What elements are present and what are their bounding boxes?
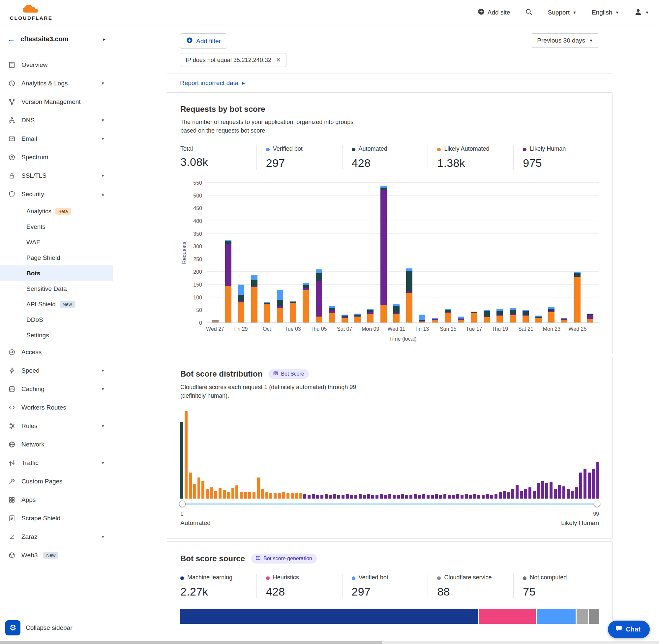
sidebar-item-waf[interactable]: WAF xyxy=(0,234,113,250)
add-filter-button[interactable]: Add filter xyxy=(180,33,227,49)
gear-icon[interactable]: ⚙ xyxy=(5,620,20,636)
stat-label[interactable]: Machine learning xyxy=(187,574,232,582)
stat-label[interactable]: Verified bot xyxy=(273,145,303,153)
sidebar-item-ddos[interactable]: DDoS xyxy=(0,312,113,327)
x-tick xyxy=(225,326,231,334)
sidebar-item-label: Zaraz xyxy=(21,533,38,540)
account-menu[interactable]: ▼ xyxy=(634,8,649,18)
sidebar-item-label: WAF xyxy=(26,239,40,246)
collapse-sidebar[interactable]: ⚙ Collapse sidebar xyxy=(0,616,113,641)
sidebar-item-email[interactable]: Email▼ xyxy=(0,130,113,148)
sidebar-item-workers-routes[interactable]: Workers Routes xyxy=(0,398,113,417)
bar-segment-automated xyxy=(225,242,231,244)
x-tick: Fri 13 xyxy=(419,326,425,334)
bot-score-pill[interactable]: Bot Score xyxy=(268,369,309,379)
chart-bar-tue-17 xyxy=(471,312,477,323)
chevron-down-icon: ▼ xyxy=(101,534,105,539)
bar-segment-likely-automated xyxy=(367,314,374,323)
sidebar-item-rules[interactable]: Rules▼ xyxy=(0,417,113,435)
stat-verified-bot: Verified bot297 xyxy=(342,574,428,598)
sidebar-item-sensitive-data[interactable]: Sensitive Data xyxy=(0,281,113,296)
zaraz-icon xyxy=(8,533,16,541)
search-icon[interactable] xyxy=(525,8,533,17)
stat-label[interactable]: Likely Automated xyxy=(444,145,489,153)
sidebar-item-analytics-logs[interactable]: Analytics & Logs▼ xyxy=(0,74,113,93)
stat-label[interactable]: Automated xyxy=(359,145,387,153)
support-menu[interactable]: Support ▼ xyxy=(547,9,576,16)
sidebar-item-network[interactable]: Network xyxy=(0,435,113,454)
add-site-button[interactable]: Add site xyxy=(478,8,510,17)
sidebar-item-custom-pages[interactable]: Custom Pages xyxy=(0,472,113,491)
stat-label[interactable]: Verified bot xyxy=(359,574,389,582)
sidebar-item-page-shield[interactable]: Page Shield xyxy=(0,250,113,266)
date-range-selector[interactable]: Previous 30 days ▼ xyxy=(531,33,599,48)
stat-value: 2.27k xyxy=(180,585,257,598)
sidebar-item-scrape-shield[interactable]: Scrape Shield xyxy=(0,509,113,528)
bar-segment-automated xyxy=(496,311,503,315)
stat-label[interactable]: Not computed xyxy=(530,574,567,582)
stat-label[interactable]: Heuristics xyxy=(273,574,299,582)
close-icon[interactable]: ✕ xyxy=(276,56,281,64)
slider-handle-min[interactable] xyxy=(179,501,186,507)
requests-by-bot-score-card: Requests by bot score The number of requ… xyxy=(167,92,613,354)
hist-bar xyxy=(223,490,226,499)
sidebar-item-speed[interactable]: Speed▼ xyxy=(0,362,113,380)
sidebar-item-overview[interactable]: Overview xyxy=(0,56,113,74)
sidebar-item-zaraz[interactable]: Zaraz▼ xyxy=(0,528,113,546)
stat-label[interactable]: Likely Human xyxy=(530,145,566,153)
sidebar-item-settings[interactable]: Settings xyxy=(0,327,113,343)
sidebar-item-web3[interactable]: Web3New xyxy=(0,546,113,565)
new-badge: New xyxy=(43,552,58,558)
sidebar-item-label: Traffic xyxy=(21,459,39,466)
hist-bar xyxy=(490,495,493,499)
filter-chip[interactable]: IP does not equal 35.212.240.32 ✕ xyxy=(180,53,286,67)
score-range-slider[interactable] xyxy=(180,500,599,508)
sidebar-item-api-shield[interactable]: API ShieldNew xyxy=(0,296,113,312)
sidebar-item-spectrum[interactable]: Spectrum xyxy=(0,148,113,166)
hist-bar xyxy=(325,494,328,499)
hist-bar xyxy=(524,489,527,499)
legend-dot xyxy=(180,576,184,580)
bar-segment-likely-automated xyxy=(587,319,593,323)
stat-label[interactable]: Cloudflare service xyxy=(444,574,492,582)
horizontal-scrollbar[interactable] xyxy=(0,641,659,644)
scrollbar-thumb[interactable] xyxy=(0,641,382,644)
sidebar-item-security[interactable]: Security▲ xyxy=(0,185,113,204)
source-stats-row: Machine learning2.27kHeuristics428Verifi… xyxy=(180,574,599,598)
max-score-label: Likely Human xyxy=(561,519,599,527)
report-incorrect-data-link[interactable]: Report incorrect data ▶ xyxy=(167,73,613,92)
sidebar-item-apps[interactable]: Apps xyxy=(0,491,113,509)
hist-bar xyxy=(414,494,417,499)
bar-segment-likely-automated xyxy=(510,315,516,323)
sidebar-item-analytics[interactable]: AnalyticsBeta xyxy=(0,204,113,219)
sidebar-item-access[interactable]: Access xyxy=(0,343,113,362)
sidebar-item-version-management[interactable]: Version Management xyxy=(0,93,113,111)
sidebar-item-bots[interactable]: Bots xyxy=(0,266,113,281)
histogram-footer: 1 Automated 99 Likely Human xyxy=(180,511,599,527)
chevron-down-icon: ▼ xyxy=(101,174,105,178)
source-segment-cloudflare-service xyxy=(576,609,588,624)
sidebar-item-caching[interactable]: Caching▼ xyxy=(0,380,113,398)
filter-section: Add filter Previous 30 days ▼ IP does no… xyxy=(167,25,613,73)
sidebar-item-traffic[interactable]: Traffic▼ xyxy=(0,454,113,472)
slider-track[interactable] xyxy=(182,503,598,505)
language-menu[interactable]: English ▼ xyxy=(592,9,619,16)
source-segment-not-computed xyxy=(589,609,599,624)
workers-icon xyxy=(8,404,16,412)
chat-button[interactable]: Chat xyxy=(608,621,650,638)
hist-bar xyxy=(592,469,595,499)
chart-bar-mon-16 xyxy=(458,317,464,323)
sidebar-item-label: Scrape Shield xyxy=(21,515,60,522)
chevron-right-icon[interactable]: ▸ xyxy=(103,36,105,42)
person-icon xyxy=(634,8,642,18)
sidebar-item-ssl-tls[interactable]: SSL/TLS▼ xyxy=(0,166,113,185)
main-content: Add filter Previous 30 days ▼ IP does no… xyxy=(113,0,659,636)
chart-bar-tue-24 xyxy=(561,318,567,323)
cloudflare-logo[interactable]: CLOUDFLARE xyxy=(10,4,52,21)
bot-score-generation-pill[interactable]: Bot score generation xyxy=(251,554,317,564)
slider-handle-max[interactable] xyxy=(594,501,600,507)
x-tick: Wed 27 xyxy=(212,326,218,334)
sidebar-item-events[interactable]: Events xyxy=(0,219,113,234)
back-arrow-icon[interactable]: ← xyxy=(7,34,15,44)
sidebar-item-dns[interactable]: DNS▼ xyxy=(0,111,113,130)
